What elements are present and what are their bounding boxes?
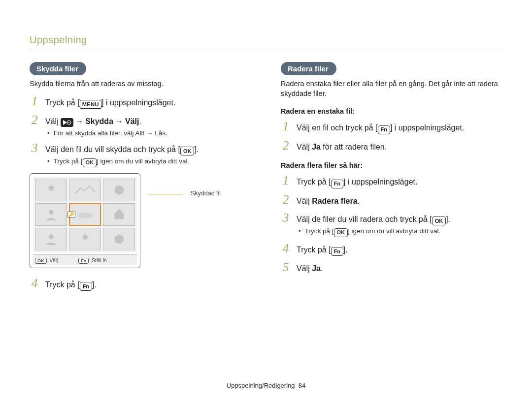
svg-point-2	[68, 122, 69, 123]
text: ] i uppspelningsläget.	[343, 178, 417, 186]
svg-point-8	[49, 234, 53, 239]
step-number: 1	[30, 95, 39, 108]
step-text: Välj Radera flera.	[297, 196, 360, 207]
step-text: Tryck på [Fn].	[45, 279, 97, 291]
thumbnail-grid: 🔑	[33, 177, 137, 252]
delete-single-step-1: 1 Välj en fil och tryck på [Fn] i uppspe…	[281, 120, 502, 134]
text: ].	[343, 246, 348, 254]
arrow-icon: →	[73, 117, 85, 125]
step-text: Välj Ja för att radera filen.	[297, 142, 387, 153]
ok-key-icon: OK	[180, 147, 195, 155]
thumbnail	[69, 179, 101, 201]
text: Tryck på [	[45, 280, 80, 289]
text: Tryck på [	[54, 157, 83, 165]
svg-marker-0	[63, 120, 67, 125]
ok-key-icon: OK	[334, 228, 348, 237]
svg-point-9	[114, 234, 124, 244]
text: .	[139, 117, 141, 125]
svg-point-4	[49, 210, 53, 214]
text: För att skydda alla filer, välj	[54, 129, 135, 137]
text-bold: Allt → Lås	[135, 129, 166, 137]
text: Välj	[297, 197, 312, 205]
protect-step-3: 3 Välj den fil du vill skydda och tryck …	[30, 142, 251, 156]
svg-marker-7	[114, 209, 124, 213]
playback-settings-icon	[61, 118, 73, 127]
text: Tryck på [	[297, 178, 331, 186]
delete-multi-step-3: 3 Välj de filer du vill radera och tryck…	[281, 212, 502, 226]
col-delete: Radera filer Radera enstaka filer eller …	[281, 62, 502, 293]
thumbnail	[103, 203, 135, 226]
step-number: 1	[281, 120, 291, 133]
camera-screen-bar: OK Välj Fn Ställ In	[33, 254, 137, 265]
step-number: 4	[30, 277, 39, 290]
step-number: 2	[281, 139, 291, 152]
arrow-icon: →	[113, 117, 125, 125]
bullet-icon: •	[47, 129, 50, 137]
delete-multi-step-1: 1 Tryck på [Fn] i uppspelningsläget.	[281, 174, 502, 188]
menu-key-icon: MENU	[80, 100, 101, 109]
text: ].	[92, 280, 97, 289]
text: Tryck på [OK] igen om du vill avbryta di…	[54, 157, 190, 167]
text: Tryck på [OK] igen om du vill avbryta di…	[305, 227, 441, 237]
bullet-icon: •	[299, 227, 301, 237]
text: ].	[446, 215, 450, 223]
text-bold: Ja	[312, 143, 321, 151]
step-text: Välj den fil du vill skydda och tryck på…	[45, 144, 199, 156]
text: .	[166, 129, 167, 137]
protect-step-3-sub: • Tryck på [OK] igen om du vill avbryta …	[47, 157, 251, 167]
step-number: 4	[281, 242, 291, 255]
text: ] igen om du vill avbryta ditt val.	[348, 227, 440, 235]
lock-icon: 🔑	[67, 212, 75, 217]
text-bold: Radera flera	[312, 197, 358, 205]
thumbnail	[35, 228, 67, 250]
thumbnail	[103, 179, 135, 201]
ok-key-icon: OK	[432, 216, 446, 225]
text: Välj den fil du vill skydda och tryck på…	[45, 145, 180, 154]
text-bold: Välj	[125, 117, 139, 125]
text: ] i uppspelningsläget.	[390, 123, 464, 132]
text: Välj	[297, 143, 312, 151]
bar-label: Välj	[50, 258, 58, 263]
delete-single-step-2: 2 Välj Ja för att radera filen.	[281, 139, 502, 153]
fn-key-icon: Fn	[331, 247, 343, 256]
thumbnail	[69, 228, 101, 250]
delete-intro: Radera enstaka filer eller alla filer på…	[281, 79, 502, 98]
delete-multi-heading: Radera flera filer så här:	[281, 161, 502, 169]
protect-step-4: 4 Tryck på [Fn].	[30, 277, 251, 291]
step-number: 1	[281, 174, 291, 187]
delete-multi-step-5: 5 Välj Ja.	[281, 261, 502, 274]
fn-key-icon: Fn	[331, 180, 343, 188]
thumbnail	[35, 203, 67, 226]
pill-delete: Radera filer	[281, 62, 336, 75]
text: ] igen om du vill avbryta ditt val.	[97, 157, 189, 165]
text: Välj	[297, 264, 312, 273]
svg-point-5	[77, 213, 93, 218]
step-text: Tryck på [MENU] i uppspelningsläget.	[45, 97, 175, 109]
bullet-icon: •	[47, 157, 50, 167]
text: .	[321, 264, 323, 273]
step-number: 2	[281, 193, 291, 206]
text: Välj	[45, 117, 61, 125]
divider	[30, 50, 502, 50]
step-number: 3	[30, 142, 39, 154]
ok-key-icon: OK	[83, 158, 97, 167]
text: ] i uppspelningsläget.	[101, 98, 175, 107]
page-number: 84	[299, 382, 305, 389]
delete-multi-step-2: 2 Välj Radera flera.	[281, 193, 502, 207]
text-bold: Ja	[312, 264, 321, 273]
leader-line	[148, 194, 183, 194]
camera-screen: 🔑 OK Välj Fn Ställ In	[30, 173, 140, 268]
text: Tryck på [	[297, 246, 331, 254]
text: Välj de filer du vill radera och tryck p…	[297, 215, 432, 223]
step-number: 5	[281, 261, 291, 274]
step-number: 3	[281, 212, 291, 224]
content-columns: Skydda filer Skydda filerna från att rad…	[30, 62, 502, 293]
delete-multi-step-4: 4 Tryck på [Fn].	[281, 242, 502, 256]
text: för att radera filen.	[321, 143, 387, 151]
protect-intro: Skydda filerna från att raderas av misst…	[30, 79, 251, 89]
step-text: Välj en fil och tryck på [Fn] i uppspeln…	[297, 123, 464, 134]
delete-single-heading: Radera en enstaka fil:	[281, 107, 502, 115]
thumbnail	[103, 228, 135, 250]
thumbnail	[35, 179, 67, 201]
bar-label: Ställ In	[92, 258, 107, 263]
